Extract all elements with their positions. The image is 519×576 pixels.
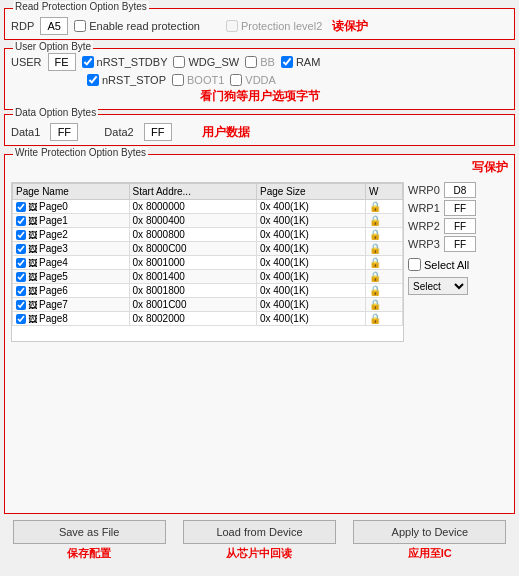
protection-level2-label[interactable]: Protection level2 [226,20,322,32]
lock-cell: 🔒 [365,228,402,242]
lock-cell: 🔒 [365,256,402,270]
start-addr-cell: 0x 8001400 [129,270,256,284]
lock-cell: 🔒 [365,214,402,228]
write-protection-title: Write Protection Option Bytes [13,147,148,158]
ram-label[interactable]: RAM [281,56,320,68]
lock-cell: 🔒 [365,200,402,214]
lock-icon: 🔒 [369,313,381,324]
read-protection-section: Read Protection Option Bytes RDP Enable … [4,8,515,40]
page-cell: 🖼 Page6 [13,284,130,298]
start-addr-cell: 0x 8000800 [129,228,256,242]
bottom-buttons: Save as File 保存配置 Load from Device 从芯片中回… [4,520,515,572]
user-option-row2: nRST_STOP BOOT1 VDDA [11,74,508,86]
wrp3-label: WRP3 [408,238,440,250]
page-cell: 🖼 Page5 [13,270,130,284]
data1-label: Data1 [11,126,40,138]
data-option-title: Data Option Bytes [13,107,98,118]
wrp2-row: WRP2 [408,218,508,234]
vdda-checkbox[interactable] [230,74,242,86]
page-cell: 🖼 Page2 [13,228,130,242]
enable-read-protection-checkbox[interactable] [74,20,86,32]
start-addr-cell: 0x 8000000 [129,200,256,214]
write-protection-table: Page Name Start Addre... Page Size W 🖼 P… [12,183,403,326]
save-btn-group: Save as File 保存配置 [4,520,174,572]
col-page-name: Page Name [13,184,130,200]
nrst-stdby-checkbox[interactable] [82,56,94,68]
data-option-row: Data1 Data2 用户数据 [11,123,508,141]
lock-icon: 🔒 [369,243,381,254]
wdg-sw-checkbox[interactable] [173,56,185,68]
vdda-label[interactable]: VDDA [230,74,276,86]
read-protection-title: Read Protection Option Bytes [13,1,149,12]
page-cell: 🖼 Page8 [13,312,130,326]
page-checkbox-5[interactable] [16,272,26,282]
page-size-cell: 0x 400(1K) [256,228,365,242]
rdp-label: RDP [11,20,34,32]
table-row: 🖼 Page5 0x 8001400 0x 400(1K) 🔒 [13,270,403,284]
page-cell: 🖼 Page7 [13,298,130,312]
data-option-section: Data Option Bytes Data1 Data2 用户数据 [4,114,515,146]
page-checkbox-4[interactable] [16,258,26,268]
wrp1-input[interactable] [444,200,476,216]
ram-checkbox[interactable] [281,56,293,68]
apply-to-device-button[interactable]: Apply to Device [353,520,506,544]
wdg-sw-label[interactable]: WDG_SW [173,56,239,68]
load-from-device-button[interactable]: Load from Device [183,520,336,544]
main-container: Read Protection Option Bytes RDP Enable … [0,0,519,576]
save-as-file-button[interactable]: Save as File [13,520,166,544]
data1-input[interactable] [50,123,78,141]
table-row: 🖼 Page3 0x 8000C00 0x 400(1K) 🔒 [13,242,403,256]
wrp0-label: WRP0 [408,184,440,196]
lock-cell: 🔒 [365,242,402,256]
wrp3-input[interactable] [444,236,476,252]
select-dropdown[interactable]: Select [408,277,468,295]
select-all-label: Select All [424,259,469,271]
nrst-stop-label[interactable]: nRST_STOP [87,74,166,86]
table-row: 🖼 Page0 0x 8000000 0x 400(1K) 🔒 [13,200,403,214]
page-cell: 🖼 Page4 [13,256,130,270]
wrp0-row: WRP0 [408,182,508,198]
apply-to-device-chinese: 应用至IC [408,546,452,561]
page-size-cell: 0x 400(1K) [256,214,365,228]
lock-icon: 🔒 [369,257,381,268]
page-checkbox-7[interactable] [16,300,26,310]
page-cell: 🖼 Page0 [13,200,130,214]
write-protection-content: Page Name Start Addre... Page Size W 🖼 P… [11,182,508,342]
page-checkbox-2[interactable] [16,230,26,240]
enable-read-protection-label[interactable]: Enable read protection [74,20,200,32]
wrp0-input[interactable] [444,182,476,198]
start-addr-cell: 0x 8000400 [129,214,256,228]
wrp1-label: WRP1 [408,202,440,214]
page-checkbox-3[interactable] [16,244,26,254]
table-row: 🖼 Page7 0x 8001C00 0x 400(1K) 🔒 [13,298,403,312]
nrst-stop-checkbox[interactable] [87,74,99,86]
load-from-device-chinese: 从芯片中回读 [226,546,292,561]
lock-icon: 🔒 [369,215,381,226]
page-size-cell: 0x 400(1K) [256,256,365,270]
write-protection-section: Write Protection Option Bytes 写保护 Page N… [4,154,515,514]
col-w: W [365,184,402,200]
data2-input[interactable] [144,123,172,141]
write-protection-table-container[interactable]: Page Name Start Addre... Page Size W 🖼 P… [11,182,404,342]
page-checkbox-0[interactable] [16,202,26,212]
page-checkbox-6[interactable] [16,286,26,296]
apply-btn-group: Apply to Device 应用至IC [345,520,515,572]
user-input[interactable] [48,53,76,71]
bb-checkbox[interactable] [245,56,257,68]
lock-icon: 🔒 [369,285,381,296]
select-all-checkbox[interactable] [408,258,421,271]
read-protection-row: RDP Enable read protection Protection le… [11,17,508,35]
table-row: 🖼 Page4 0x 8001000 0x 400(1K) 🔒 [13,256,403,270]
nrst-stdby-label[interactable]: nRST_STDBY [82,56,168,68]
select-row: Select [408,277,508,295]
page-checkbox-8[interactable] [16,314,26,324]
rdp-input[interactable] [40,17,68,35]
page-checkbox-1[interactable] [16,216,26,226]
boot1-label[interactable]: BOOT1 [172,74,224,86]
user-option-chinese-note: 看门狗等用户选项字节 [11,88,508,105]
bb-label[interactable]: BB [245,56,275,68]
wrp2-input[interactable] [444,218,476,234]
boot1-checkbox[interactable] [172,74,184,86]
table-row: 🖼 Page1 0x 8000400 0x 400(1K) 🔒 [13,214,403,228]
lock-cell: 🔒 [365,298,402,312]
